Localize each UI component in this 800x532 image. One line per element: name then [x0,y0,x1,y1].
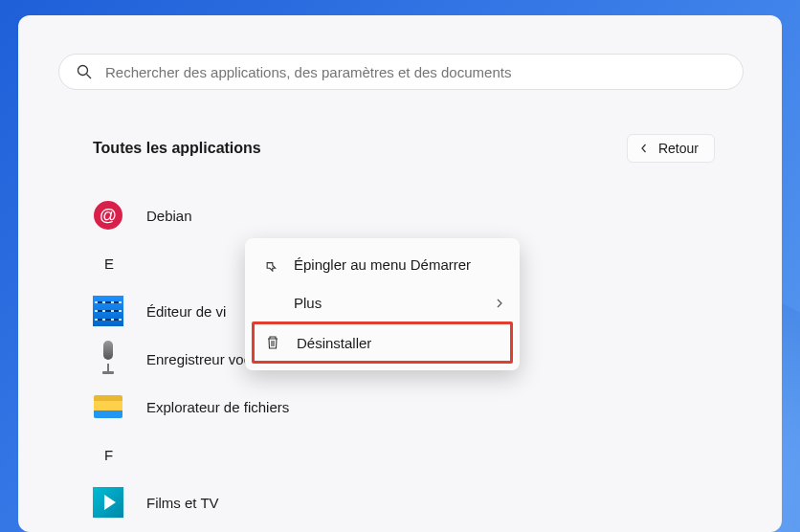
trash-icon [264,334,281,351]
app-item-films-tv[interactable]: Films et TV [93,478,742,526]
svg-point-0 [78,66,88,76]
ctx-label: Désinstaller [297,335,371,351]
apps-header: Toutes les applications Retour [93,134,715,163]
app-label: Debian [146,208,192,224]
chevron-left-icon [639,141,649,156]
ctx-pin-to-start[interactable]: Épingler au menu Démarrer [252,245,513,283]
letter-header-f[interactable]: F [93,431,742,478]
search-icon [77,64,92,79]
microphone-icon [93,344,123,374]
folder-icon [93,391,123,422]
svg-line-1 [87,75,92,79]
app-label: Explorateur de fichiers [146,399,289,415]
app-item-file-explorer[interactable]: Explorateur de fichiers [93,383,742,431]
section-title: Toutes les applications [93,140,261,157]
back-label: Retour [658,141,699,156]
video-editor-icon [93,296,123,326]
ctx-more[interactable]: Plus [252,283,513,321]
ctx-label: Plus [294,295,322,311]
ctx-uninstall[interactable]: Désinstaller [252,321,513,364]
app-label: Éditeur de vi [146,303,226,320]
app-item-debian[interactable]: @ Debian [93,191,742,239]
films-tv-icon [93,487,123,518]
back-button[interactable]: Retour [627,134,715,163]
chevron-right-icon [496,295,503,311]
debian-icon: @ [93,200,123,231]
start-menu-panel: Toutes les applications Retour @ Debian … [18,15,782,532]
context-menu: Épingler au menu Démarrer Plus Désinstal… [245,238,520,370]
search-bar[interactable] [58,54,744,90]
app-label: Films et TV [146,495,219,511]
pin-icon [261,255,278,273]
ctx-label: Épingler au menu Démarrer [294,256,471,273]
search-input[interactable] [105,64,725,80]
